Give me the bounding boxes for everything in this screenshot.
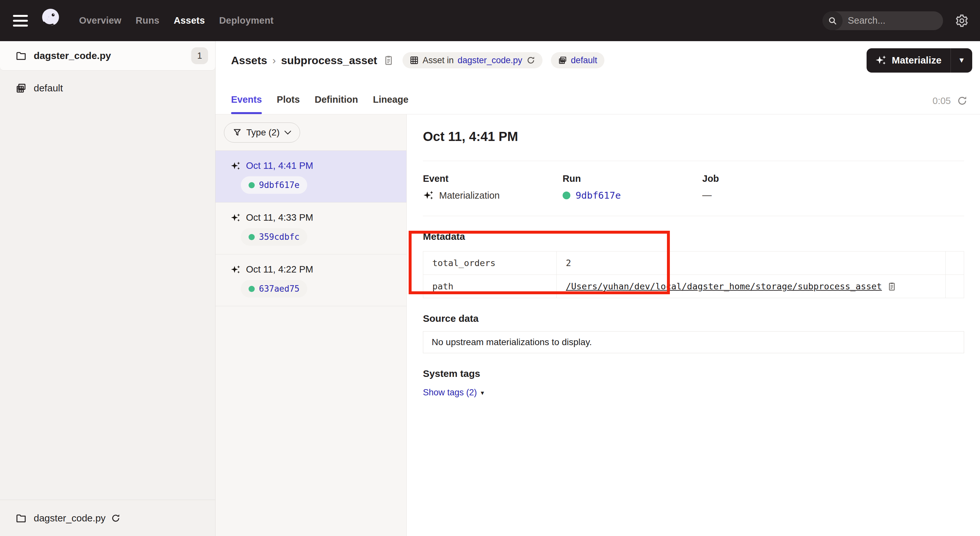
type-filter-button[interactable]: Type (2) <box>224 122 300 143</box>
run-status-dot <box>248 182 255 188</box>
event-filter-bar: Type (2) <box>215 115 406 151</box>
event-type-value: Materialization <box>439 190 500 201</box>
run-column: Run 9dbf617e <box>563 173 702 201</box>
metadata-actions-cell <box>946 251 964 275</box>
metadata-value: 2 <box>557 251 946 275</box>
event-list-item[interactable]: Oct 11, 4:33 PM 359cdbfc <box>215 202 406 254</box>
run-status-dot <box>563 191 570 199</box>
event-list-panel: Type (2) Oct 11, 4:41 PM 9dbf617e Oct 11… <box>215 115 407 536</box>
nav-deployment[interactable]: Deployment <box>219 15 274 26</box>
run-id-link[interactable]: 359cdbfc <box>259 232 299 242</box>
chevron-down-icon <box>284 130 291 135</box>
code-location-label: dagster_code.py <box>34 50 191 61</box>
nav-runs[interactable]: Runs <box>136 15 159 26</box>
footer-code-location-label: dagster_code.py <box>34 513 106 524</box>
sidebar-group-default[interactable]: default <box>0 78 215 99</box>
run-id-pill[interactable]: 359cdbfc <box>241 228 307 246</box>
asset-tag-prefix: Asset in <box>423 56 454 65</box>
dagster-logo[interactable] <box>39 7 62 35</box>
tab-events[interactable]: Events <box>231 94 262 114</box>
show-tags-label: Show tags (2) <box>423 388 477 398</box>
materialization-sparkle-icon <box>231 264 241 275</box>
run-id-pill[interactable]: 637aed75 <box>241 280 307 297</box>
show-tags-toggle[interactable]: Show tags (2) ▾ <box>423 388 484 398</box>
metadata-key: path <box>423 275 557 298</box>
caret-down-icon: ▼ <box>958 56 965 65</box>
breadcrumb-assets-link[interactable]: Assets <box>231 54 267 67</box>
folder-icon <box>16 513 27 524</box>
run-id-link[interactable]: 9dbf617e <box>259 180 299 190</box>
group-tag-link[interactable]: default <box>571 56 597 65</box>
breadcrumb: Assets › subprocess_asset Asset in dagst… <box>215 41 980 80</box>
job-value: — <box>702 190 712 200</box>
event-timestamp: Oct 11, 4:33 PM <box>246 212 313 223</box>
event-list-item[interactable]: Oct 11, 4:22 PM 637aed75 <box>215 254 406 306</box>
materialize-label: Materialize <box>892 55 942 66</box>
asset-location-tag: Asset in dagster_code.py <box>402 52 542 68</box>
tab-lineage[interactable]: Lineage <box>373 94 409 114</box>
group-label: default <box>34 83 63 94</box>
source-data-heading: Source data <box>423 313 964 324</box>
materialize-sparkle-icon <box>875 54 887 66</box>
copy-asset-name-icon[interactable] <box>383 55 394 66</box>
source-data-empty-state: No upstream materializations to display. <box>423 331 964 353</box>
event-list-item[interactable]: Oct 11, 4:41 PM 9dbf617e <box>215 151 406 202</box>
materialization-sparkle-icon <box>423 190 434 201</box>
job-column: Job — <box>702 173 842 201</box>
event-label: Event <box>423 173 563 184</box>
event-detail-panel: Oct 11, 4:41 PM Event Materialization Ru… <box>407 115 980 536</box>
run-id-link[interactable]: 9dbf617e <box>576 190 621 201</box>
nav-assets[interactable]: Assets <box>174 15 205 26</box>
copy-path-icon[interactable] <box>887 282 897 291</box>
folder-icon <box>16 50 27 61</box>
asset-group-tag: default <box>551 52 605 68</box>
reload-location-icon[interactable] <box>526 56 535 65</box>
reload-icon[interactable] <box>111 513 121 523</box>
asset-icon <box>410 56 419 65</box>
refresh-countdown: 0:05 <box>933 95 951 106</box>
refresh-timer: 0:05 <box>933 95 968 106</box>
materialize-button-group: Materialize ▼ <box>867 48 972 73</box>
top-navigation-bar: Overview Runs Assets Deployment / <box>0 0 980 41</box>
job-label: Job <box>702 173 842 184</box>
refresh-icon[interactable] <box>957 95 968 106</box>
settings-gear-icon[interactable] <box>955 14 969 28</box>
asset-page-header: Assets › subprocess_asset Asset in dagst… <box>215 41 980 115</box>
hamburger-menu-icon[interactable] <box>13 15 28 27</box>
materialize-dropdown-button[interactable]: ▼ <box>951 56 972 65</box>
asset-group-icon <box>16 83 27 94</box>
metadata-table: total_orders 2 path /Users/yuhan/dev/loc… <box>423 251 964 298</box>
global-search[interactable]: / <box>822 11 943 30</box>
nav-overview[interactable]: Overview <box>79 15 121 26</box>
run-status-dot <box>248 286 255 292</box>
run-status-dot <box>248 234 255 240</box>
event-detail-title: Oct 11, 4:41 PM <box>423 129 964 144</box>
filter-funnel-icon <box>233 128 242 137</box>
system-tags-heading: System tags <box>423 368 964 379</box>
asset-count-badge: 1 <box>191 47 208 64</box>
storage-path-link[interactable]: /Users/yuhan/dev/local/dagster_home/stor… <box>566 281 882 291</box>
type-filter-label: Type (2) <box>246 127 280 138</box>
run-id-pill[interactable]: 9dbf617e <box>241 176 307 194</box>
metadata-row: total_orders 2 <box>423 251 964 275</box>
search-input[interactable] <box>843 15 943 26</box>
metadata-actions-cell <box>946 275 964 298</box>
metadata-row: path /Users/yuhan/dev/local/dagster_home… <box>423 275 964 298</box>
run-label: Run <box>563 173 702 184</box>
page-title: subprocess_asset <box>281 54 377 67</box>
materialize-button[interactable]: Materialize <box>867 54 950 66</box>
asset-sidebar: dagster_code.py 1 default dagster_code.p… <box>0 41 215 536</box>
group-icon <box>558 56 567 65</box>
event-timestamp: Oct 11, 4:22 PM <box>246 264 313 275</box>
run-id-link[interactable]: 637aed75 <box>259 284 299 294</box>
tab-plots[interactable]: Plots <box>277 94 300 114</box>
caret-down-icon: ▾ <box>481 389 484 397</box>
event-timestamp: Oct 11, 4:41 PM <box>246 161 313 171</box>
materialization-sparkle-icon <box>231 161 241 171</box>
tab-definition[interactable]: Definition <box>315 94 358 114</box>
asset-tag-code-location-link[interactable]: dagster_code.py <box>458 56 522 65</box>
event-summary-grid: Event Materialization Run 9dbf617e Job — <box>423 173 964 201</box>
materialization-sparkle-icon <box>231 213 241 223</box>
metadata-heading: Metadata <box>423 231 964 242</box>
sidebar-code-location-row[interactable]: dagster_code.py 1 <box>0 41 215 71</box>
